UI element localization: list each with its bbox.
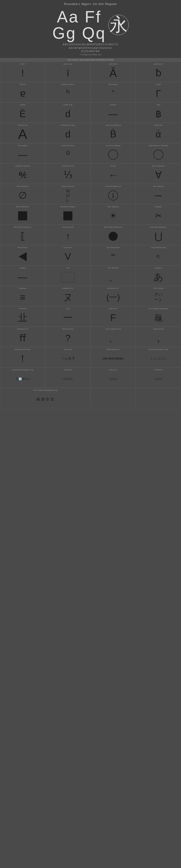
grid-cell-misctech: Misc Technical ∅ (0, 184, 45, 204)
cell-glyph-supersub: ⁰ (66, 147, 70, 162)
cell-glyph-greek: Γ (156, 86, 161, 101)
grid-cell-supersub: Super And Sub ⁰ (45, 143, 90, 163)
cell-label-miscsym: Misc Symbols (92, 206, 134, 208)
cell-glyph-cjk: 一 (63, 310, 73, 325)
grid-cell-katakana: Katakana ≡ (0, 286, 45, 306)
grid-cell-cjkcompatideogsup: CJK Compat Ideographic Sup 丽 丽 並 並 (0, 388, 90, 408)
cell-label-latinextd: Latin Ext D (92, 308, 134, 310)
grid-cell-alphabeticpf: Alphabetic PF ﬀ (0, 327, 45, 347)
glyph-grid: ASCII ! Latin 1 Sup ï Latin Ext A Ā Lati… (0, 62, 181, 408)
cell-glyph-cjkextc: 𪜀𪜁𪜂𪜃𪜄𪜅𠀆𠀇 (109, 371, 117, 386)
cell-label-suparrowsb: Sup Arrows B (47, 226, 89, 228)
grid-cell-cjkextc: CJK Ext C 𪜀𪜁𪜂𪜃𪜄𪜅𠀆𠀇 (90, 367, 136, 388)
grid-cell-kanasup: Kana Sup 𛀀𛀁𛀂𛀃 (45, 347, 90, 367)
cell-glyph-alphabeticpf: ﬀ (20, 331, 26, 346)
grid-cell-latin1sup: Latin 1 Sup ï (45, 62, 90, 82)
grid-cell-latinextadd: Latin Ext Additional Ḃ (90, 123, 136, 143)
copyright-text: © Design by fontke.com (0, 54, 181, 57)
grid-cell-suparrowsb: Sup Arrows B ↑ (45, 225, 90, 245)
cell-glyph-diacriticals: ' (112, 86, 114, 101)
cell-glyph-enclosedalpha: 1 (108, 188, 118, 203)
uppercase-alphabet: ABCDEFGHIJKLMNOPQRSTUVWXYZ (0, 43, 181, 46)
cell-label-cjkcompatforms: CJK Compat Forms (92, 328, 134, 330)
cell-label-enclosedalpha-sup: Enclosed Alphanum Sup (137, 348, 180, 350)
grid-cell-katakanaext: Katakana Ext ヌ (45, 286, 90, 306)
grid-cell-controlpic: Control Pictures NUL (45, 184, 90, 204)
cell-label-greek: Greek (137, 83, 180, 85)
cell-glyph-misctech: ∅ (19, 188, 27, 203)
cell-glyph-latinextd: F (110, 310, 116, 325)
grid-cell-cjkextd: CJK Ext D 𫝀𫝁𫝂𫝃𫝄𫝅𫝆 (136, 367, 181, 388)
sample-line1: Aa Ff (52, 9, 106, 25)
cell-glyph-cjkexta: 㐀 (18, 310, 27, 325)
grid-cell-phoneticext: Phonetic Ext A (0, 123, 45, 143)
cell-label-cjk: CJK (47, 308, 89, 310)
cell-label-latinextb: Latin Ext B (137, 63, 180, 65)
grid-cell-latinexta: Latin Ext A Ā (90, 62, 136, 82)
cell-label-mathalpha: Math Alphanum (92, 348, 134, 350)
cell-label-numberforms: Number Forms (47, 165, 89, 167)
grid-cell-enclosedcjk: Enclosed CJK (一) (90, 286, 136, 306)
cjk-sample-char: 永 (108, 15, 129, 35)
cell-glyph-diacrsym (153, 147, 164, 162)
cell-glyph-controlpic: NUL (66, 188, 69, 203)
grid-cell-dingbats: Dingbats ✂ (136, 204, 181, 225)
cell-glyph-phoneticextsup: d (65, 127, 70, 142)
cell-glyph-miscmathb (109, 229, 118, 244)
cell-glyph-idc (61, 270, 75, 284)
cell-label-cjkcompatideo: CJK Compat Ideographs (137, 308, 180, 310)
grid-cell-cyrillic: Cyrillic È (0, 102, 45, 123)
grid-cell-miscarrows: Misc Arrows (0, 245, 45, 266)
cell-label-diacrsym: Diacriticals for Symbols (137, 145, 180, 147)
cell-glyph-katakana: ≡ (20, 290, 26, 305)
cell-label-cyrillic: Cyrillic (1, 104, 44, 106)
cell-glyph-dingbats: ✂ (155, 208, 162, 223)
cell-glyph-cjkcompatideogsup: 丽 丽 並 並 (36, 392, 54, 407)
cell-glyph-letterlike: ℀ (19, 167, 27, 183)
cell-glyph-latinexta: Ā (109, 66, 117, 81)
cell-glyph-verticalforms: ? (65, 331, 70, 346)
grid-cell-cjksymbols: CJK Symbols 、 (90, 266, 136, 286)
cell-glyph-latinextc: V (65, 249, 71, 264)
grid-cell-mathops: Math Operators ∀ (136, 163, 181, 184)
sample-chars-display: Aa Ff Gg Qq 永 (0, 7, 181, 42)
cell-glyph-cjkcompatforms: 、 (108, 331, 118, 346)
cell-label-miscmatha: Misc Math Symbols A (1, 226, 44, 228)
cell-label-kangxi: Kangxi (1, 267, 44, 269)
cell-label-cjkcompatideogsup: CJK Compat Ideographic Sup (1, 389, 89, 391)
cell-glyph-cyrillic: È (20, 106, 26, 121)
grid-cell-thai: Thai ฿ (136, 102, 181, 123)
grid-cell-cjkexta: CJK Ext A 㐀 (0, 306, 45, 327)
grid-cell-punctuation: Punctuation — (0, 143, 45, 163)
grid-cell-hebrew: Hebrew — (90, 102, 136, 123)
cell-label-misctech: Misc Technical (1, 185, 44, 187)
cell-label-controlpic: Control Pictures (47, 185, 89, 187)
cell-glyph-katakanaext: ヌ (63, 290, 73, 305)
cell-glyph-modifier: ʰ (66, 86, 70, 101)
cell-glyph-enclosedalpha-sup: 🄀🄁🄂🄃🄄🄅 (150, 351, 166, 366)
grid-cell-empty1 (90, 388, 136, 408)
cell-glyph-kangxi: — (18, 270, 27, 284)
cell-label-ascii: ASCII (1, 63, 44, 65)
cell-glyph-blockelem (18, 208, 27, 223)
grid-cell-ipaext: IPA Ext ɐ (0, 82, 45, 102)
cell-label-katakana: Katakana (1, 287, 44, 289)
grid-cell-phoneticextsup: Phonetic Ext Sup d (45, 123, 90, 143)
cell-label-blockelem: Block Elements (1, 206, 44, 208)
cell-glyph-cjkextd: 𫝀𫝁𫝂𫝃𫝄𫝅𫝆 (155, 371, 162, 386)
grid-cell-idc: IDC (45, 266, 90, 286)
cell-glyph-enclosedcjk: (一) (106, 290, 120, 305)
cell-glyph-supmathops: ⋃ (154, 229, 162, 244)
cell-glyph-cjksymbols: 、 (108, 270, 118, 284)
cell-label-boxdrawing: Box Drawing (137, 185, 180, 187)
grid-cell-ascii: ASCII ! (0, 62, 45, 82)
cell-label-cjkexta: CJK Ext A (1, 308, 44, 310)
grid-cell-blockelem: Block Elements (0, 204, 45, 225)
cell-label-arrows: Arrows (92, 165, 134, 167)
grid-cell-cjkcompatforms: CJK Compat Forms 、 (90, 327, 136, 347)
cell-label-kanasup: Kana Sup (47, 348, 89, 350)
cell-label-miscarrows: Misc Arrows (1, 246, 44, 248)
cell-glyph-cjkcompatideo: 龜 (154, 310, 162, 325)
cell-label-currency: Currency Symbols (92, 145, 134, 147)
cell-label-smallforms: Small Forms (137, 328, 180, 330)
